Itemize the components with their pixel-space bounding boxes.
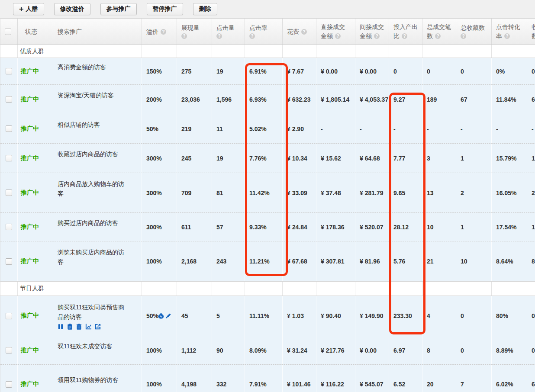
toolbar: +人群修改溢价参与推广暂停推广删除 — [0, 0, 535, 18]
cell-name: 购买过店内商品的访客 — [53, 213, 142, 241]
audience-name: 购买过店内商品的访客 — [58, 218, 118, 228]
cell-roi: - — [389, 114, 422, 143]
cell-indirect: ¥ 81.96 — [355, 241, 389, 281]
cell-roi: 9.27 — [389, 85, 422, 114]
cell-premium: 300% — [142, 144, 177, 173]
cell-ctr: 5.02% — [245, 114, 283, 143]
row-checkbox[interactable] — [6, 313, 12, 319]
cell-favs: 67 — [456, 85, 492, 114]
help-icon[interactable]: ? — [249, 33, 255, 39]
cell-clicks: 57 — [212, 213, 245, 241]
line-chart-icon[interactable] — [85, 324, 91, 330]
cell-roi: 6.97 — [389, 336, 422, 364]
row-checkbox[interactable] — [6, 224, 12, 230]
pause-icon[interactable] — [58, 324, 64, 330]
cell-impressions: 1,112 — [177, 336, 212, 364]
help-icon[interactable]: ? — [161, 29, 166, 35]
premium-value: 100% — [146, 347, 162, 354]
row-checkbox[interactable] — [6, 68, 12, 74]
help-icon[interactable]: ? — [374, 33, 380, 39]
cell-status: 推广中 — [18, 114, 53, 143]
cell-conv: 17.54% — [492, 213, 527, 241]
cell-premium: 100% — [142, 336, 177, 364]
join-promotion-button[interactable]: 参与推广 — [100, 3, 137, 15]
cell-orders: 8 — [422, 336, 456, 364]
row-checkbox[interactable] — [6, 258, 12, 265]
cell-clicks: 1,596 — [212, 85, 245, 114]
column-header-premium: 溢价? — [142, 19, 177, 45]
cell-clicks: 19 — [212, 58, 245, 84]
trash-icon[interactable] — [76, 324, 82, 330]
premium-value: 300% — [146, 155, 162, 162]
cell-premium: 300% — [142, 173, 177, 212]
delete-button[interactable]: 删除 — [193, 3, 217, 15]
row-checkbox[interactable] — [6, 155, 12, 161]
cell-checkbox — [0, 241, 18, 281]
help-icon[interactable]: ? — [301, 29, 307, 35]
audience-name: 收藏过店内商品的访客 — [58, 149, 118, 159]
row-checkbox[interactable] — [6, 125, 12, 132]
column-header-orders: 总成交笔数? — [422, 19, 456, 45]
cell-impressions: 23,036 — [177, 85, 212, 114]
help-icon[interactable]: ? — [435, 33, 441, 39]
cell-impressions: 45 — [177, 296, 212, 336]
column-header-status: 状态 — [18, 19, 53, 45]
cell-clicks: 81 — [212, 173, 245, 212]
row-checkbox[interactable] — [6, 96, 12, 103]
group-row-cell — [527, 45, 535, 58]
cell-cost: ¥ 101.46 — [283, 365, 316, 392]
cell-orders: 10 — [422, 213, 456, 241]
audience-name: 店内商品放入购物车的访客 — [58, 179, 127, 198]
cell-extra: 6 — [527, 365, 535, 392]
row-checkbox[interactable] — [6, 190, 12, 196]
cell-conv: 6.02% — [492, 365, 527, 392]
table-header: 状态搜索推广溢价?展现量?点击量?点击率?花费?直接成交金额?间接成交金额?投入… — [0, 18, 535, 45]
help-icon[interactable]: ? — [504, 33, 510, 39]
group-row-cell — [283, 45, 316, 58]
audience-name: 高消费金额的访客 — [58, 62, 106, 72]
column-header-indirect: 间接成交金额? — [355, 19, 389, 45]
row-checkbox[interactable] — [6, 347, 12, 353]
pause-promotion-button[interactable]: 暂停推广 — [147, 3, 183, 15]
help-icon[interactable]: ? — [461, 33, 466, 39]
audience-name: 相似店铺的访客 — [58, 120, 100, 129]
help-icon[interactable]: ? — [402, 33, 407, 39]
modify-premium-button[interactable]: 修改溢价 — [54, 3, 90, 15]
clipboard-icon[interactable] — [67, 324, 73, 330]
name-spacer — [58, 351, 113, 360]
help-icon[interactable]: ? — [181, 33, 187, 39]
cell-status: 推广中 — [18, 365, 53, 392]
audience-section: 优质人群推广中高消费金额的访客150%275196.91%¥ 7.67¥ 0.0… — [0, 45, 535, 281]
select-all-checkbox[interactable] — [5, 29, 11, 35]
premium-value: 300% — [146, 190, 162, 196]
cell-cost: ¥ 2.90 — [283, 114, 316, 143]
group-row-cell — [527, 282, 535, 296]
help-icon[interactable]: ? — [335, 33, 341, 39]
add-audience-button-label: 人群 — [26, 5, 38, 13]
cell-indirect: ¥ 64.68 — [355, 144, 389, 173]
group-row-cell — [177, 282, 212, 296]
status-text: 推广中 — [21, 125, 39, 133]
premium-value: 50% — [146, 312, 158, 319]
cell-clicks: 5 — [212, 296, 245, 336]
cell-checkbox — [0, 144, 18, 173]
money-bag-icon[interactable] — [158, 313, 164, 319]
group-row-cell — [355, 282, 389, 296]
cell-premium: 50% — [142, 114, 177, 143]
cell-direct: ¥ 307.81 — [316, 241, 355, 281]
edit-icon[interactable] — [165, 313, 171, 319]
group-row: 节日人群 — [0, 281, 535, 296]
cell-status: 推广中 — [18, 144, 53, 173]
add-audience-button[interactable]: +人群 — [13, 3, 44, 15]
status-text: 推广中 — [21, 223, 39, 231]
group-row-cell — [177, 45, 212, 58]
help-icon[interactable]: ? — [216, 33, 222, 39]
report-icon[interactable] — [95, 324, 101, 330]
cell-name: 资深淘宝/天猫的访客 — [53, 85, 142, 114]
column-header-ctr: 点击率? — [245, 19, 283, 45]
pause-promotion-button-label: 暂停推广 — [153, 5, 177, 13]
audience-name: 购买双11狂欢同类预售商品的访客 — [58, 302, 127, 321]
row-checkbox[interactable] — [6, 381, 12, 388]
name-spacer — [58, 228, 118, 236]
cell-extra: 2 — [527, 173, 535, 212]
